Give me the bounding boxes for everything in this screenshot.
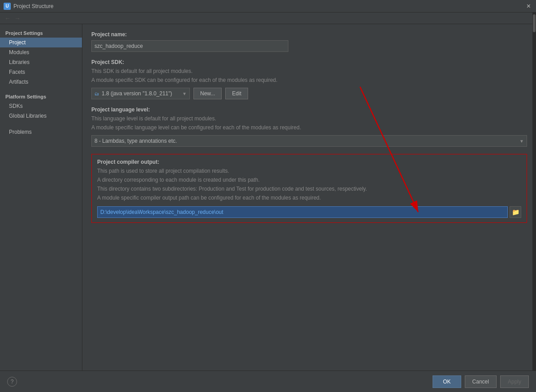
lang-desc2: A module specific language level can be … (91, 124, 527, 132)
sidebar: Project Settings Project Modules Librari… (0, 24, 82, 371)
sdk-selected-label: 1.8 (java version "1.8.0_211") (102, 90, 180, 97)
titlebar-title: Project Structure (13, 3, 53, 9)
compiler-path-input[interactable] (97, 206, 508, 218)
project-name-label: Project name: (91, 31, 527, 38)
sdk-desc2: A module specific SDK can be configured … (91, 76, 527, 84)
sdk-desc1: This SDK is default for all project modu… (91, 67, 527, 75)
compiler-output-box: Project compiler output: This path is us… (91, 154, 527, 223)
nav-arrows: ← → (0, 13, 536, 24)
lang-desc1: This language level is default for all p… (91, 115, 527, 123)
language-level-arrow-icon: ▼ (519, 139, 524, 144)
project-name-input[interactable] (91, 40, 288, 52)
main-layout: Project Settings Project Modules Librari… (0, 24, 536, 371)
compiler-desc3: This directory contains two subdirectori… (97, 185, 521, 193)
compiler-desc1: This path is used to store all project c… (97, 167, 521, 175)
sidebar-item-project[interactable]: Project (0, 38, 82, 47)
new-sdk-button[interactable]: New... (193, 88, 222, 99)
compiler-output-label: Project compiler output: (97, 159, 521, 165)
app-icon: U (4, 3, 11, 10)
sidebar-item-facets[interactable]: Facets (0, 67, 82, 77)
project-settings-heading: Project Settings (0, 28, 82, 38)
language-level-selected: 8 - Lambdas, type annotations etc. (94, 138, 517, 144)
help-button[interactable]: ? (7, 377, 17, 387)
ok-button[interactable]: OK (433, 375, 461, 388)
sidebar-item-problems[interactable]: Problems (0, 127, 82, 137)
project-sdk-label: Project SDK: (91, 59, 527, 65)
sdk-row: 🗂 1.8 (java version "1.8.0_211") ▼ New..… (91, 88, 527, 99)
edit-sdk-button[interactable]: Edit (225, 88, 248, 99)
language-level-dropdown[interactable]: 8 - Lambdas, type annotations etc. ▼ (91, 135, 527, 147)
folder-icon: 📁 (512, 209, 519, 216)
titlebar: U Project Structure × (0, 0, 536, 13)
apply-button[interactable]: Apply (500, 375, 529, 388)
titlebar-left: U Project Structure (4, 3, 53, 10)
bottom-bar: ? OK Cancel Apply (0, 371, 536, 392)
project-language-label: Project language level: (91, 107, 527, 113)
sdk-dropdown-arrow-icon: ▼ (182, 91, 187, 96)
content-area: Project name: Project SDK: This SDK is d… (82, 24, 536, 371)
cancel-button[interactable]: Cancel (465, 375, 497, 388)
bottom-bar-right: OK Cancel Apply (433, 375, 529, 388)
close-button[interactable]: × (525, 2, 532, 11)
sidebar-item-modules[interactable]: Modules (0, 47, 82, 57)
platform-settings-heading: Platform Settings (0, 91, 82, 101)
sdk-icon: 🗂 (94, 91, 99, 96)
compiler-desc2: A directory corresponding to each module… (97, 176, 521, 184)
sidebar-item-artifacts[interactable]: Artifacts (0, 77, 82, 87)
forward-button[interactable]: → (13, 15, 21, 22)
back-button[interactable]: ← (4, 15, 12, 22)
scrollbar-thumb (533, 14, 536, 32)
bottom-bar-left: ? (7, 377, 17, 387)
sidebar-item-sdks[interactable]: SDKs (0, 101, 82, 111)
sidebar-item-libraries[interactable]: Libraries (0, 57, 82, 67)
sdk-dropdown[interactable]: 🗂 1.8 (java version "1.8.0_211") ▼ (91, 88, 190, 99)
folder-browse-button[interactable]: 📁 (510, 206, 521, 218)
right-scrollbar[interactable] (532, 13, 536, 371)
sidebar-item-global-libraries[interactable]: Global Libraries (0, 111, 82, 121)
compiler-path-row: 📁 (97, 206, 521, 218)
compiler-desc4: A module specific compiler output path c… (97, 194, 521, 202)
